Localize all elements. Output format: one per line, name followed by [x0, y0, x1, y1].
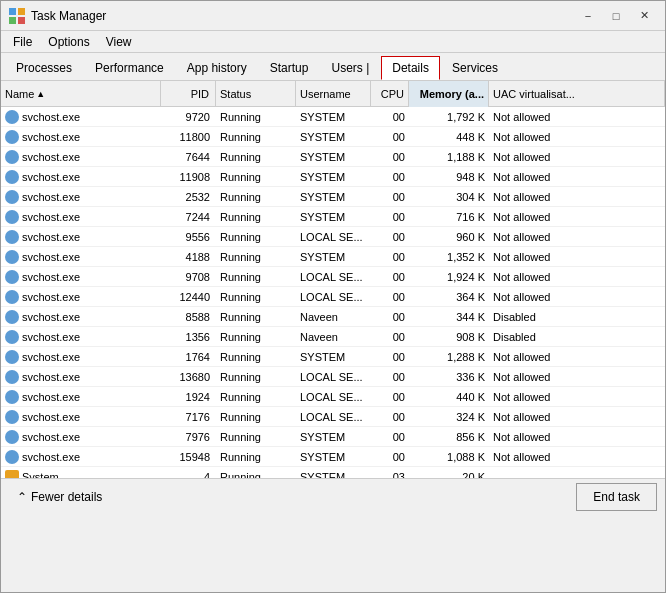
cell-pid: 2532	[161, 187, 216, 207]
cell-cpu: 00	[371, 187, 409, 207]
cell-pid: 9708	[161, 267, 216, 287]
cell-memory: 1,288 K	[409, 347, 489, 367]
end-task-button[interactable]: End task	[576, 483, 657, 511]
app-icon	[9, 8, 25, 24]
col-header-uac[interactable]: UAC virtualisat...	[489, 81, 665, 107]
process-table: svchost.exe 9720 Running SYSTEM 00 1,792…	[1, 107, 665, 478]
process-icon	[5, 230, 19, 244]
cell-memory: 948 K	[409, 167, 489, 187]
col-header-username[interactable]: Username	[296, 81, 371, 107]
process-icon	[5, 190, 19, 204]
table-row[interactable]: svchost.exe 1924 Running LOCAL SE... 00 …	[1, 387, 665, 407]
table-row[interactable]: svchost.exe 9556 Running LOCAL SE... 00 …	[1, 227, 665, 247]
cell-status: Running	[216, 227, 296, 247]
cell-name: svchost.exe	[1, 367, 161, 387]
minimize-button[interactable]: −	[575, 5, 601, 27]
cell-memory: 1,088 K	[409, 447, 489, 467]
tab-startup[interactable]: Startup	[259, 56, 320, 80]
cell-username: LOCAL SE...	[296, 407, 371, 427]
col-header-name[interactable]: Name ▲	[1, 81, 161, 107]
sort-arrow: ▲	[36, 89, 45, 99]
cell-username: LOCAL SE...	[296, 367, 371, 387]
cell-uac: Disabled	[489, 307, 665, 327]
close-button[interactable]: ✕	[631, 5, 657, 27]
cell-username: LOCAL SE...	[296, 227, 371, 247]
cell-uac: Not allowed	[489, 207, 665, 227]
cell-name: svchost.exe	[1, 407, 161, 427]
svg-rect-1	[18, 8, 25, 15]
tab-services[interactable]: Services	[441, 56, 509, 80]
cell-status: Running	[216, 287, 296, 307]
process-icon	[5, 370, 19, 384]
tab-details[interactable]: Details	[381, 56, 440, 80]
cell-username: Naveen	[296, 307, 371, 327]
table-row[interactable]: svchost.exe 7644 Running SYSTEM 00 1,188…	[1, 147, 665, 167]
cell-uac: Not allowed	[489, 387, 665, 407]
table-row[interactable]: svchost.exe 7976 Running SYSTEM 00 856 K…	[1, 427, 665, 447]
maximize-button[interactable]: □	[603, 5, 629, 27]
cell-status: Running	[216, 127, 296, 147]
col-header-memory[interactable]: Memory (a...	[409, 81, 489, 107]
table-row[interactable]: svchost.exe 11908 Running SYSTEM 00 948 …	[1, 167, 665, 187]
cell-pid: 4188	[161, 247, 216, 267]
cell-memory: 304 K	[409, 187, 489, 207]
cell-status: Running	[216, 147, 296, 167]
cell-memory: 1,188 K	[409, 147, 489, 167]
tab-processes[interactable]: Processes	[5, 56, 83, 80]
cell-memory: 716 K	[409, 207, 489, 227]
cell-memory: 908 K	[409, 327, 489, 347]
table-row[interactable]: System 4 Running SYSTEM 03 20 K	[1, 467, 665, 478]
process-icon	[5, 170, 19, 184]
cell-name: svchost.exe	[1, 267, 161, 287]
cell-username: SYSTEM	[296, 147, 371, 167]
cell-cpu: 00	[371, 387, 409, 407]
process-icon	[5, 390, 19, 404]
cell-username: Naveen	[296, 327, 371, 347]
tab-users--[interactable]: Users |	[320, 56, 380, 80]
menu-item-options[interactable]: Options	[40, 33, 97, 51]
title-bar: Task Manager − □ ✕	[1, 1, 665, 31]
cell-cpu: 00	[371, 327, 409, 347]
col-header-status[interactable]: Status	[216, 81, 296, 107]
cell-uac: Not allowed	[489, 267, 665, 287]
cell-pid: 11800	[161, 127, 216, 147]
cell-name: svchost.exe	[1, 447, 161, 467]
col-header-pid[interactable]: PID	[161, 81, 216, 107]
table-row[interactable]: svchost.exe 4188 Running SYSTEM 00 1,352…	[1, 247, 665, 267]
menu-item-view[interactable]: View	[98, 33, 140, 51]
cell-status: Running	[216, 447, 296, 467]
tab-app-history[interactable]: App history	[176, 56, 258, 80]
table-row[interactable]: svchost.exe 1356 Running Naveen 00 908 K…	[1, 327, 665, 347]
cell-pid: 1924	[161, 387, 216, 407]
tab-performance[interactable]: Performance	[84, 56, 175, 80]
table-row[interactable]: svchost.exe 11800 Running SYSTEM 00 448 …	[1, 127, 665, 147]
process-icon	[5, 350, 19, 364]
process-icon	[5, 250, 19, 264]
chevron-down-icon: ⌃	[17, 490, 27, 504]
cell-status: Running	[216, 307, 296, 327]
table-row[interactable]: svchost.exe 12440 Running LOCAL SE... 00…	[1, 287, 665, 307]
cell-status: Running	[216, 367, 296, 387]
table-row[interactable]: svchost.exe 7244 Running SYSTEM 00 716 K…	[1, 207, 665, 227]
cell-username: SYSTEM	[296, 427, 371, 447]
fewer-details-button[interactable]: ⌃ Fewer details	[9, 486, 110, 508]
cell-uac: Not allowed	[489, 167, 665, 187]
table-row[interactable]: svchost.exe 1764 Running SYSTEM 00 1,288…	[1, 347, 665, 367]
table-row[interactable]: svchost.exe 9720 Running SYSTEM 00 1,792…	[1, 107, 665, 127]
col-header-cpu[interactable]: CPU	[371, 81, 409, 107]
cell-memory: 324 K	[409, 407, 489, 427]
process-icon	[5, 110, 19, 124]
table-row[interactable]: svchost.exe 15948 Running SYSTEM 00 1,08…	[1, 447, 665, 467]
table-row[interactable]: svchost.exe 2532 Running SYSTEM 00 304 K…	[1, 187, 665, 207]
table-row[interactable]: svchost.exe 8588 Running Naveen 00 344 K…	[1, 307, 665, 327]
table-row[interactable]: svchost.exe 7176 Running LOCAL SE... 00 …	[1, 407, 665, 427]
table-row[interactable]: svchost.exe 13680 Running LOCAL SE... 00…	[1, 367, 665, 387]
menu-item-file[interactable]: File	[5, 33, 40, 51]
cell-username: SYSTEM	[296, 187, 371, 207]
process-icon	[5, 430, 19, 444]
process-icon	[5, 270, 19, 284]
cell-memory: 960 K	[409, 227, 489, 247]
process-icon	[5, 310, 19, 324]
cell-pid: 1356	[161, 327, 216, 347]
table-row[interactable]: svchost.exe 9708 Running LOCAL SE... 00 …	[1, 267, 665, 287]
